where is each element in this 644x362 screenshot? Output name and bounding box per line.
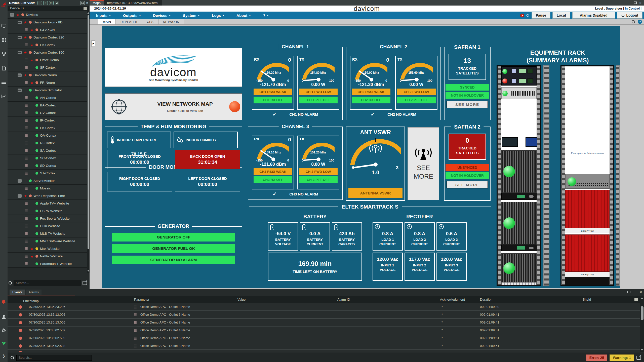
scroll-down-arrow[interactable] <box>87 270 89 272</box>
expand-all-button[interactable]: ▪ <box>43 1 48 5</box>
open-external-icon[interactable] <box>83 281 87 285</box>
tree-expander-icon[interactable] <box>25 217 28 220</box>
event-row[interactable]: 07/30/2025 13:35:13.006 Office Demo.APC … <box>8 319 640 327</box>
tree-row[interactable]: ★ Netflix Website <box>8 253 87 260</box>
safran-2-see-more-button[interactable]: SEE MORE <box>447 181 488 188</box>
tree-expander-icon[interactable] <box>25 66 28 69</box>
tree-expander-icon[interactable] <box>25 187 28 190</box>
tree-row[interactable]: ★ AN-Cortex <box>8 94 87 102</box>
alarms-disabled-button[interactable]: Alarms Disabled <box>572 12 615 19</box>
tree-expander-icon[interactable] <box>18 51 22 54</box>
tree-row[interactable]: ★ LB-Cortex <box>8 124 87 132</box>
tree-row[interactable]: ★ Office Demo <box>8 56 87 64</box>
tree-row[interactable]: ★ SF-Cortex <box>8 64 87 71</box>
view-tab[interactable]: REPEATER <box>116 19 142 24</box>
events-tab[interactable]: Events <box>10 290 25 295</box>
events-scrollbar[interactable] <box>640 296 644 352</box>
tree-row[interactable]: ★ Devices <box>8 11 87 19</box>
tree-row[interactable]: ★ ServerMonitor <box>8 177 87 185</box>
tree-row[interactable]: ★ SA-Cortex <box>8 147 87 154</box>
warning-count-badge[interactable]: Warning: 1 <box>610 354 634 361</box>
tree-row[interactable]: ★ LA-Cortex <box>8 41 87 49</box>
events-search-input[interactable] <box>16 355 92 361</box>
menu-item[interactable]: ?▲ <box>263 13 269 18</box>
tree-row[interactable]: ★ Mosaic <box>8 185 87 192</box>
view-tab[interactable]: MAIN <box>98 19 116 24</box>
panel-menu-icon[interactable]: ⋮ <box>633 290 637 294</box>
tree-row[interactable]: ★ Fox Sports Website <box>8 215 87 222</box>
col-parameter[interactable]: Parameter <box>134 298 149 301</box>
scroll-thumb[interactable] <box>641 306 643 320</box>
col-acknowledgment[interactable]: Acknowledgment <box>440 298 465 301</box>
local-button[interactable]: Local <box>552 12 570 19</box>
view-tab[interactable]: NETWORK <box>158 19 184 24</box>
tree-row[interactable]: ★ RI-Cortex <box>8 139 87 147</box>
menu-item[interactable]: Outputs▲ <box>123 13 141 18</box>
collapse-all-button[interactable]: − <box>37 1 42 5</box>
error-count-badge[interactable]: Error: 25 <box>586 354 607 361</box>
tree-row[interactable]: ★ SD-Cortex <box>8 162 87 170</box>
expand-chevron-icon[interactable]: ❯ <box>1 353 7 359</box>
col-duration[interactable]: Duration <box>480 298 492 301</box>
tree-expander-icon[interactable] <box>25 255 28 258</box>
tree-expander-icon[interactable] <box>18 73 22 77</box>
alarm-bell-icon[interactable] <box>1 299 7 304</box>
window-restore-button[interactable] <box>80 1 85 5</box>
open-external-icon[interactable] <box>636 356 641 360</box>
tree-expander-icon[interactable] <box>25 58 28 62</box>
tree-expander-icon[interactable] <box>25 164 28 167</box>
tree-row[interactable]: ★ Apple TV+ Website <box>8 200 87 207</box>
tree-row[interactable]: ★ SC-Cortex <box>8 154 87 162</box>
fit-view-button[interactable]: ⇱ <box>49 1 54 5</box>
tree-row[interactable]: ★ Paramount+ Website <box>8 260 87 268</box>
tree-expander-icon[interactable] <box>18 179 22 183</box>
tree-expander-icon[interactable] <box>25 262 28 265</box>
scroll-up-arrow[interactable] <box>87 12 89 14</box>
menu-item[interactable]: Inputs▲ <box>96 13 111 18</box>
event-row[interactable]: 07/30/2025 13:35:02.509 Office Demo.APC … <box>8 334 640 342</box>
tree-row[interactable]: ★ CV-Cortex <box>8 109 87 117</box>
panel-collapse-handle[interactable]: ▶ <box>92 40 95 47</box>
panel-restore-icon[interactable] <box>627 291 630 293</box>
tree-expander-icon[interactable] <box>25 232 28 235</box>
tree-row[interactable]: ★ Web Response Time <box>8 192 87 200</box>
document-icon[interactable] <box>1 65 7 71</box>
menu-item[interactable]: Devices▲ <box>153 13 171 18</box>
tree-expander-icon[interactable] <box>18 89 22 92</box>
grid-icon[interactable] <box>1 37 7 43</box>
tree-row[interactable]: ★ Davicom Axon - 8D <box>8 19 87 26</box>
tree-row[interactable]: ★ BA-Cortex <box>8 102 87 109</box>
tree-row[interactable]: ★ OA-Cortex <box>8 132 87 139</box>
column-menu-icon[interactable] <box>84 7 87 10</box>
monitor-icon[interactable] <box>1 23 7 29</box>
tree-row[interactable]: ★ Davicom Simulator <box>8 87 87 94</box>
dashboard-search-icon[interactable] <box>632 20 635 24</box>
tree-expander-icon[interactable] <box>25 119 28 122</box>
tree-expander-icon[interactable] <box>25 172 28 175</box>
scroll-thumb[interactable] <box>88 15 89 249</box>
menu-item[interactable]: System▲ <box>183 13 200 18</box>
tree-expander-icon[interactable] <box>25 247 28 250</box>
maps-tab[interactable]: Maps <box>90 0 104 6</box>
tree-row[interactable]: ★ ST-Cortex <box>8 170 87 177</box>
tree-expander-icon[interactable] <box>25 104 28 107</box>
tree-row[interactable]: ★ IR-Cortex <box>8 117 87 124</box>
tree-expander-icon[interactable] <box>18 36 22 39</box>
user-icon[interactable] <box>1 314 7 319</box>
refresh-icon[interactable]: ↻ <box>526 13 530 18</box>
tree-row[interactable]: ★ MLB TV Website <box>8 230 87 237</box>
tree-expander-icon[interactable] <box>25 126 28 130</box>
tree-expander-icon[interactable] <box>25 96 28 99</box>
view-network-map-panel[interactable]: VIEW NETWORK MAP Double Click to View Ta… <box>105 93 242 120</box>
tree-expander-icon[interactable] <box>18 194 22 198</box>
close-icon[interactable]: × <box>639 1 641 5</box>
tree-expander-icon[interactable] <box>25 149 28 152</box>
tree-expander-icon[interactable] <box>25 209 28 213</box>
device-id-header[interactable]: Device ID <box>8 6 90 11</box>
tree-row[interactable]: ★ ESPN Website <box>8 207 87 215</box>
col-alarm-id[interactable]: Alarm ID <box>337 298 350 301</box>
maximize-icon[interactable] <box>634 2 637 4</box>
tree-expander-icon[interactable] <box>25 141 28 145</box>
tree-row[interactable]: ★ Hulu Website <box>8 222 87 230</box>
tree-expander-icon[interactable] <box>25 202 28 205</box>
